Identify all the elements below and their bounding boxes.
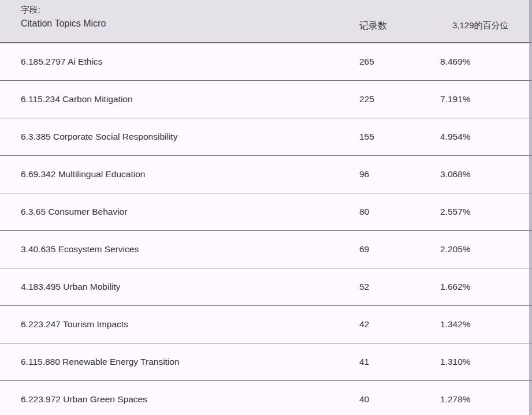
percentile-cell: 4.954% [440, 132, 471, 142]
records-cell: 69 [359, 244, 369, 255]
field-header: 字段: Citation Topics Micro [21, 4, 106, 30]
records-cell: 225 [359, 94, 374, 104]
citation-topics-table: 字段: Citation Topics Micro 记录数 3,129的百分位 … [0, 0, 532, 415]
table-header: 字段: Citation Topics Micro 记录数 3,129的百分位 [0, 0, 532, 43]
records-cell: 41 [359, 357, 369, 367]
table-body: 6.185.2797 Ai Ethics 265 8.469% 6.115.23… [0, 43, 532, 415]
topic-cell: 6.115.880 Renewable Energy Transition [21, 357, 180, 367]
records-cell: 265 [359, 57, 374, 67]
records-cell: 155 [359, 132, 374, 142]
percentile-cell: 1.278% [440, 394, 471, 405]
topic-cell: 6.69.342 Multilingual Education [21, 169, 145, 180]
topic-cell: 3.40.635 Ecosystem Services [21, 244, 139, 255]
table-row: 6.115.234 Carbon Mitigation 225 7.191% [0, 81, 532, 118]
table-row: 4.183.495 Urban Mobility 52 1.662% [0, 268, 532, 306]
topic-cell: 6.223.247 Tourism Impacts [21, 319, 128, 330]
table-row: 6.3.65 Consumer Behavior 80 2.557% [0, 193, 532, 231]
vertical-scrollbar[interactable] [529, 0, 532, 415]
records-cell: 42 [359, 319, 369, 330]
topic-cell: 6.3.65 Consumer Behavior [21, 207, 127, 217]
column-header-percentile: 3,129的百分位 [452, 20, 509, 31]
topic-cell: 4.183.495 Urban Mobility [21, 282, 120, 292]
topic-cell: 6.115.234 Carbon Mitigation [21, 94, 133, 104]
percentile-cell: 1.342% [440, 319, 471, 330]
percentile-cell: 2.557% [440, 207, 471, 217]
table-row: 6.185.2797 Ai Ethics 265 8.469% [0, 43, 532, 81]
percentile-cell: 7.191% [440, 94, 471, 104]
records-cell: 80 [359, 207, 369, 217]
percentile-cell: 1.662% [440, 282, 471, 292]
field-value-citation-topics-micro: Citation Topics Micro [21, 17, 106, 30]
topic-cell: 6.185.2797 Ai Ethics [21, 57, 102, 67]
table-row: 6.3.385 Corporate Social Responsibility … [0, 118, 532, 156]
table-row: 6.69.342 Multilingual Education 96 3.068… [0, 156, 532, 193]
table-row: 3.40.635 Ecosystem Services 69 2.205% [0, 231, 532, 268]
records-cell: 52 [359, 282, 369, 292]
table-row: 6.115.880 Renewable Energy Transition 41… [0, 343, 532, 381]
percentile-cell: 2.205% [440, 244, 471, 255]
percentile-cell: 8.469% [440, 57, 471, 67]
percentile-cell: 1.310% [440, 357, 471, 367]
column-header-record-count: 记录数 [359, 20, 387, 32]
records-cell: 40 [359, 394, 369, 405]
records-cell: 96 [359, 169, 369, 180]
topic-cell: 6.3.385 Corporate Social Responsibility [21, 132, 177, 142]
topic-cell: 6.223.972 Urban Green Spaces [21, 394, 147, 405]
field-label: 字段: [21, 4, 106, 16]
table-row: 6.223.247 Tourism Impacts 42 1.342% [0, 306, 532, 343]
table-row: 6.223.972 Urban Green Spaces 40 1.278% [0, 381, 532, 415]
percentile-cell: 3.068% [440, 169, 471, 180]
